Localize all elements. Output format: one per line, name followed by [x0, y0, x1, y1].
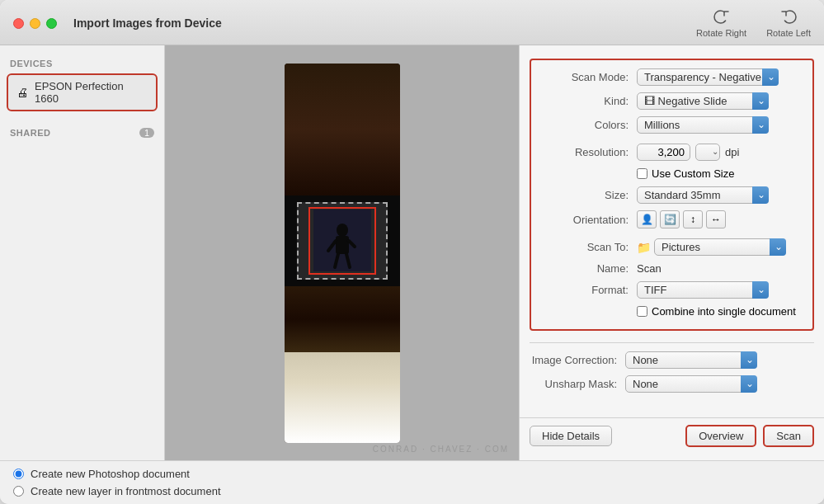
main-window: Import Images from Device Rotate Right R…	[0, 0, 824, 504]
main-content: DEVICES 🖨 EPSON Perfection 1660 SHARED 1	[0, 45, 824, 460]
radio-new-document-label: Create new Photoshop document	[31, 468, 190, 480]
name-control	[637, 262, 806, 275]
format-select-wrapper: TIFF	[637, 281, 769, 299]
custom-size-row: Use Custom Size	[637, 167, 806, 180]
colors-label: Colors:	[538, 119, 637, 131]
unsharp-mask-select-wrapper: None	[625, 375, 757, 393]
scan-mode-row: Scan Mode: Transparency - Negative	[538, 68, 806, 86]
rotate-right-button[interactable]: Rotate Right	[696, 8, 746, 38]
rotate-right-icon	[713, 8, 731, 26]
radio-new-layer-label: Create new layer in frontmost document	[31, 485, 221, 497]
sidebar-item-epson[interactable]: 🖨 EPSON Perfection 1660	[7, 73, 158, 111]
rotate-left-icon	[779, 8, 798, 26]
orient-portrait[interactable]: 👤	[637, 210, 657, 228]
unsharp-mask-select[interactable]: None	[625, 375, 757, 393]
radio-new-layer[interactable]	[13, 486, 24, 497]
film-top	[285, 64, 400, 195]
overview-button[interactable]: Overview	[685, 425, 756, 447]
image-correction-select[interactable]: None	[625, 351, 757, 369]
size-select[interactable]: Standard 35mm	[637, 186, 769, 204]
orientation-row: Orientation: 👤 🔄 ↕ ↔	[538, 210, 806, 228]
size-label: Size:	[538, 189, 637, 201]
scan-to-select[interactable]: Pictures	[654, 238, 786, 256]
rotate-left-label: Rotate Left	[766, 28, 811, 38]
resolution-row: Resolution: dpi	[538, 144, 806, 161]
film-frame-area	[285, 195, 400, 286]
sidebar: DEVICES 🖨 EPSON Perfection 1660 SHARED 1	[0, 45, 165, 460]
colors-select-wrapper: Millions	[637, 116, 769, 134]
separator-1	[530, 342, 814, 343]
scan-mode-label: Scan Mode:	[538, 71, 637, 83]
scan-to-row: Scan To: 📁 Pictures	[538, 238, 806, 256]
image-correction-row: Image Correction: None	[526, 351, 817, 369]
res-dropdown[interactable]	[695, 144, 720, 161]
orientation-buttons: 👤 🔄 ↕ ↔	[637, 210, 726, 228]
format-select[interactable]: TIFF	[637, 281, 769, 299]
unsharp-mask-label: Unsharp Mask:	[526, 378, 625, 390]
resolution-control: dpi	[637, 144, 806, 161]
orient-landscape[interactable]: 🔄	[660, 210, 680, 228]
resolution-input[interactable]	[637, 144, 690, 161]
kind-row: Kind: 🎞 Negative Slide	[538, 92, 806, 110]
scan-mode-select[interactable]: Transparency - Negative	[637, 68, 779, 86]
dpi-label: dpi	[725, 146, 739, 158]
orientation-control: 👤 🔄 ↕ ↔	[637, 210, 806, 228]
name-label: Name:	[538, 262, 637, 275]
orient-rotate-ccw[interactable]: ↔	[706, 210, 726, 228]
colors-control: Millions	[637, 116, 806, 134]
title-bar: Import Images from Device Rotate Right R…	[0, 0, 824, 45]
format-label: Format:	[538, 284, 637, 296]
custom-size-checkbox[interactable]	[637, 168, 647, 179]
traffic-lights	[13, 18, 57, 29]
kind-control: 🎞 Negative Slide	[637, 92, 806, 110]
res-dropdown-wrapper	[695, 144, 720, 161]
scan-to-select-wrapper: Pictures	[654, 238, 786, 256]
scan-mode-control: Transparency - Negative	[637, 68, 806, 86]
image-correction-control: None	[625, 351, 817, 369]
name-input[interactable]	[637, 262, 806, 275]
bottom-bar: Hide Details Overview Scan	[520, 417, 824, 454]
kind-label: Kind:	[538, 95, 637, 107]
name-row: Name:	[538, 262, 806, 275]
colors-row: Colors: Millions	[538, 116, 806, 134]
minimize-button[interactable]	[30, 18, 40, 29]
radio-option-1[interactable]: Create new Photoshop document	[13, 468, 811, 480]
custom-size-label: Use Custom Size	[652, 167, 734, 180]
maximize-button[interactable]	[46, 18, 57, 29]
shared-count-badge: 1	[139, 128, 154, 138]
shared-section: SHARED 1	[0, 125, 164, 141]
close-button[interactable]	[13, 18, 24, 29]
film-strip	[285, 64, 400, 443]
window-title: Import Images from Device	[73, 16, 686, 30]
shared-section-header: SHARED 1	[0, 125, 164, 141]
radio-new-document[interactable]	[13, 469, 24, 479]
folder-icon: 📁	[637, 241, 651, 254]
right-panel: Scan Mode: Transparency - Negative Kind:	[519, 45, 824, 460]
combine-checkbox[interactable]	[637, 306, 647, 317]
window-bottom: Create new Photoshop document Create new…	[0, 460, 824, 504]
kind-select[interactable]: 🎞 Negative Slide	[637, 92, 769, 110]
watermark: CONRAD · CHAVEZ · COM	[373, 445, 509, 454]
size-control: Standard 35mm	[637, 186, 806, 204]
unsharp-mask-control: None	[625, 375, 817, 393]
size-row: Size: Standard 35mm	[538, 186, 806, 204]
scan-mode-select-wrapper: Transparency - Negative	[637, 68, 779, 86]
hide-details-button[interactable]: Hide Details	[530, 426, 612, 446]
image-correction-label: Image Correction:	[526, 354, 625, 366]
rotate-left-button[interactable]: Rotate Left	[766, 8, 811, 38]
scanner-icon: 🖨	[16, 86, 28, 99]
scan-button[interactable]: Scan	[763, 425, 814, 447]
size-select-wrapper: Standard 35mm	[637, 186, 769, 204]
colors-select[interactable]: Millions	[637, 116, 769, 134]
settings-box: Scan Mode: Transparency - Negative Kind:	[530, 59, 814, 331]
rotate-right-label: Rotate Right	[696, 28, 746, 38]
film-bottom	[285, 286, 400, 352]
preview-area: CONRAD · CHAVEZ · COM	[165, 45, 519, 460]
kind-select-wrapper: 🎞 Negative Slide	[637, 92, 769, 110]
orient-rotate-cw[interactable]: ↕	[683, 210, 703, 228]
toolbar-icons: Rotate Right Rotate Left	[696, 8, 811, 38]
combine-label: Combine into single document	[652, 305, 796, 318]
devices-section-header: DEVICES	[0, 55, 164, 72]
radio-option-2[interactable]: Create new layer in frontmost document	[13, 485, 811, 497]
resolution-label: Resolution:	[538, 146, 637, 158]
